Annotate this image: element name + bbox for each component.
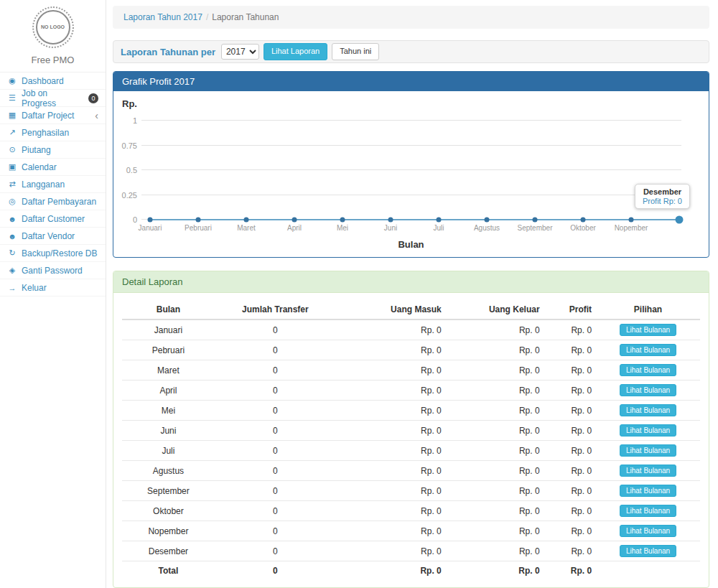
year-select[interactable]: 2017: [221, 44, 259, 60]
detail-panel-title: Detail Laporan: [113, 271, 709, 293]
table-row-januari: Januari0Rp. 0Rp. 0Rp. 0Lihat Bulanan: [122, 319, 700, 340]
calendar-icon: ▣: [7, 162, 17, 172]
detail-laporan-panel: Detail Laporan Bulan Jumlah Transfer Uan…: [113, 271, 709, 588]
lihat-bulanan-button-oktober[interactable]: Lihat Bulanan: [620, 505, 676, 517]
sidebar-item-daftar-customer[interactable]: ☻Daftar Customer: [0, 210, 106, 228]
table-row-mei: Mei0Rp. 0Rp. 0Rp. 0Lihat Bulanan: [122, 401, 700, 421]
cell-pilihan: Lihat Bulanan: [596, 461, 700, 481]
chart-point-agustus[interactable]: [485, 218, 490, 223]
sidebar-item-label: Langganan: [22, 179, 65, 190]
lihat-bulanan-button-juni[interactable]: Lihat Bulanan: [620, 424, 676, 437]
sidebar-item-calendar[interactable]: ▣Calendar: [0, 159, 106, 176]
table-icon: ▦: [7, 111, 17, 120]
cell-uang-masuk: Rp. 0: [336, 421, 446, 441]
lihat-bulanan-button-pebruari[interactable]: Lihat Bulanan: [620, 344, 676, 356]
monthly-report-table: Bulan Jumlah Transfer Uang Masuk Uang Ke…: [122, 300, 700, 580]
chart-xtick-label: Agustus: [474, 224, 500, 232]
chart-xtick-label: Juni: [384, 224, 397, 232]
cell-bulan: Desember: [122, 541, 215, 561]
cell-uang-masuk: Rp. 0: [336, 319, 446, 340]
refresh-icon: ↻: [7, 248, 17, 258]
chart-tooltip: Desember Profit Rp: 0: [635, 184, 690, 209]
table-row-desember: Desember0Rp. 0Rp. 0Rp. 0Lihat Bulanan: [122, 541, 700, 561]
cell-profit: Rp. 0: [544, 340, 596, 360]
cell-pilihan: Lihat Bulanan: [596, 541, 700, 561]
cell-jumlah-transfer: 0: [215, 381, 336, 401]
lihat-bulanan-button-desember[interactable]: Lihat Bulanan: [620, 545, 676, 557]
lihat-bulanan-button-agustus[interactable]: Lihat Bulanan: [620, 465, 676, 477]
chart-ytick-label: 0: [120, 216, 137, 224]
sidebar-item-keluar[interactable]: →Keluar: [0, 279, 106, 297]
cell-bulan: Nopember: [122, 521, 215, 541]
chart-point-oktober[interactable]: [581, 218, 586, 223]
sidebar-item-langganan[interactable]: ⇄Langganan: [0, 176, 106, 193]
cell-profit: Rp. 0: [544, 481, 596, 501]
cell-bulan: Juli: [122, 441, 215, 461]
sidebar-item-daftar-pembayaran[interactable]: ◎Daftar Pembayaran: [0, 193, 106, 210]
chart-ytick-label: 1: [120, 117, 137, 125]
lihat-laporan-button[interactable]: Lihat Laporan: [264, 43, 327, 60]
exchange-icon: ⇄: [7, 179, 17, 189]
chart-point-desember[interactable]: [676, 216, 684, 224]
chart-xtick-label: Maret: [237, 224, 256, 232]
lihat-bulanan-button-juli[interactable]: Lihat Bulanan: [620, 444, 676, 457]
sign-out-icon: →: [7, 284, 17, 292]
cell-jumlah-transfer: 0: [215, 421, 336, 441]
chart-dot-track: Desember Profit Rp: 0: [150, 121, 679, 220]
sidebar-item-ganti-password[interactable]: ◈Ganti Password: [0, 262, 106, 279]
cell-profit: Rp. 0: [544, 501, 596, 521]
sidebar-item-penghasilan[interactable]: ↗Penghasilan: [0, 124, 106, 141]
sidebar-item-dashboard[interactable]: ◉Dashboard: [0, 73, 106, 90]
cell-uang-masuk: Rp. 0: [336, 340, 446, 360]
dashboard-icon: ◉: [7, 76, 17, 85]
cell-uang-keluar: Rp. 0: [446, 481, 544, 501]
chart-point-pebruari[interactable]: [196, 218, 201, 223]
lihat-bulanan-button-maret[interactable]: Lihat Bulanan: [620, 364, 676, 376]
chevron-left-icon: ‹: [95, 111, 98, 121]
total-profit: Rp. 0: [544, 561, 596, 581]
chart-point-september[interactable]: [533, 218, 538, 223]
lihat-bulanan-button-september[interactable]: Lihat Bulanan: [620, 485, 676, 497]
chart-point-januari[interactable]: [148, 218, 153, 223]
cell-jumlah-transfer: 0: [215, 541, 336, 561]
chart-point-maret[interactable]: [244, 218, 249, 223]
sidebar-item-label: Dashboard: [22, 76, 64, 86]
chart-point-nopember[interactable]: [629, 218, 634, 223]
cell-uang-masuk: Rp. 0: [336, 381, 446, 401]
sidebar-item-job-on-progress[interactable]: ☰Job on Progress0: [0, 90, 106, 107]
sidebar-item-daftar-project[interactable]: ▦Daftar Project‹: [0, 107, 106, 124]
cell-jumlah-transfer: 0: [215, 340, 336, 360]
lihat-bulanan-button-januari[interactable]: Lihat Bulanan: [620, 324, 676, 336]
cell-jumlah-transfer: 0: [215, 521, 336, 541]
cell-uang-keluar: Rp. 0: [446, 421, 544, 441]
line-chart-icon: ↗: [7, 128, 17, 137]
profit-chart: Rp. Desember Profit Rp: 0 00.250.50.751 …: [113, 91, 709, 257]
total-uang-masuk: Rp. 0: [336, 561, 446, 581]
no-logo-stamp: NO LOGO: [32, 6, 74, 48]
profit-chart-panel: Grafik Profit 2017 Rp. Desember Profit R…: [113, 71, 709, 258]
tahun-ini-button[interactable]: Tahun ini: [332, 43, 379, 60]
lihat-bulanan-button-april[interactable]: Lihat Bulanan: [620, 384, 676, 396]
chart-point-mei[interactable]: [340, 218, 345, 223]
chart-point-juni[interactable]: [388, 218, 393, 223]
cell-pilihan: Lihat Bulanan: [596, 401, 700, 421]
report-table-body: Januari0Rp. 0Rp. 0Rp. 0Lihat BulananPebr…: [122, 319, 700, 561]
cell-profit: Rp. 0: [544, 441, 596, 461]
table-row-total: Total 0 Rp. 0 Rp. 0 Rp. 0: [122, 561, 700, 581]
report-filter-bar: Laporan Tahunan per 2017 Lihat Laporan T…: [113, 40, 709, 63]
lihat-bulanan-button-nopember[interactable]: Lihat Bulanan: [620, 525, 676, 537]
table-row-april: April0Rp. 0Rp. 0Rp. 0Lihat Bulanan: [122, 381, 700, 401]
chart-ytick-label: 0.25: [120, 191, 137, 199]
sidebar-item-daftar-vendor[interactable]: ☻Daftar Vendor: [0, 228, 106, 245]
breadcrumb-link-laporan-tahun[interactable]: Laporan Tahun 2017: [123, 12, 202, 22]
cell-bulan: Oktober: [122, 501, 215, 521]
col-header-jumlah-transfer: Jumlah Transfer: [215, 300, 336, 319]
chart-point-april[interactable]: [292, 218, 297, 223]
cell-profit: Rp. 0: [544, 421, 596, 441]
sidebar-item-piutang[interactable]: ⊙Piutang: [0, 141, 106, 159]
chart-point-juli[interactable]: [437, 218, 442, 223]
cell-uang-keluar: Rp. 0: [446, 541, 544, 561]
col-header-profit: Profit: [544, 300, 596, 319]
sidebar-item-backup-restore-db[interactable]: ↻Backup/Restore DB: [0, 245, 106, 262]
lihat-bulanan-button-mei[interactable]: Lihat Bulanan: [620, 404, 676, 416]
